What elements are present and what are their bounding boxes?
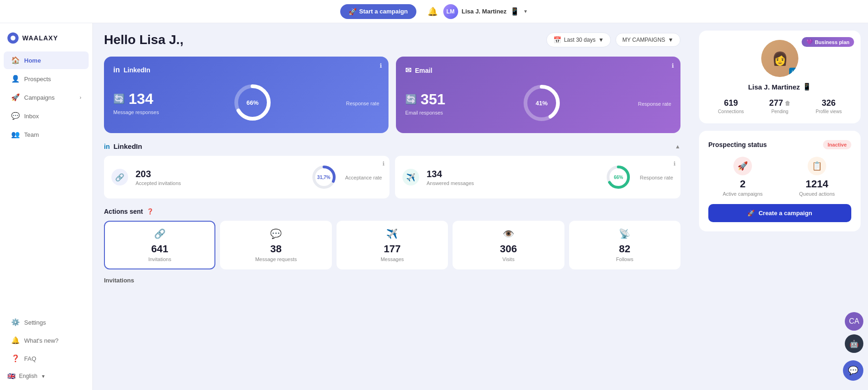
- actions-grid: 🔗 641 Invitations 💬 38 Message requests …: [104, 221, 680, 269]
- profile-views-value: 326: [806, 98, 851, 108]
- mini-stat-label: Answered messages: [427, 180, 474, 186]
- mini-stat: 203 Accepted invitations: [136, 169, 181, 186]
- action-card-follows[interactable]: 📡 82 Follows: [569, 221, 680, 269]
- connections-label: Connections: [708, 109, 753, 114]
- email-response-icon: 🔄: [405, 94, 417, 105]
- gem-icon: 💜: [806, 39, 813, 45]
- message-requests-icon: 💬: [226, 228, 326, 239]
- stat-label: Response rate: [638, 101, 671, 107]
- response-rate-label: Response rate: [640, 175, 673, 180]
- user-name: Lisa J. Martinez: [462, 8, 507, 15]
- stat-label: Response rate: [346, 101, 379, 106]
- page-title: Hello Lisa J.,: [104, 32, 183, 47]
- logo-icon: [7, 32, 19, 44]
- info-icon[interactable]: ℹ: [674, 160, 676, 167]
- stat-value: 🔄 134: [113, 90, 159, 108]
- chevron-right-icon: ›: [80, 95, 81, 100]
- float-btn-2[interactable]: 🤖: [845, 334, 863, 353]
- mini-donut: 31,7%: [310, 163, 338, 191]
- info-icon[interactable]: ℹ: [672, 62, 674, 69]
- action-card-invitations[interactable]: 🔗 641 Invitations: [104, 221, 215, 269]
- team-icon: 👥: [11, 130, 19, 139]
- message-icon: 🔄: [113, 93, 125, 104]
- queued-actions-value: 1214: [783, 178, 851, 190]
- flag-icon: 🇬🇧: [7, 372, 15, 380]
- info-icon[interactable]: ℹ: [380, 62, 382, 69]
- donut-label: 41%: [536, 100, 548, 107]
- bell-icon[interactable]: 🔔: [428, 6, 438, 17]
- card-stat-rate: Response rate: [638, 99, 671, 107]
- sidebar-item-label: Team: [24, 131, 39, 138]
- chat-button[interactable]: 💬: [843, 360, 863, 381]
- start-campaign-button[interactable]: 🚀 Start a campaign: [340, 4, 416, 19]
- layout: WAALAXY 🏠 Home 👤 Prospects 🚀 Campaigns ›…: [0, 23, 868, 390]
- business-plan-label: Business plan: [815, 39, 849, 45]
- chevron-down-icon: ▼: [41, 374, 45, 379]
- create-campaign-button[interactable]: 🚀 Create a campaign: [708, 204, 851, 222]
- language-selector[interactable]: 🇬🇧 English ▼: [0, 368, 92, 384]
- topbar: 🚀 Start a campaign 🔔 LM Lisa J. Martinez…: [0, 0, 868, 23]
- sidebar-item-home[interactable]: 🏠 Home: [4, 51, 89, 69]
- collapse-arrow-icon[interactable]: ▲: [675, 143, 680, 150]
- sidebar: WAALAXY 🏠 Home 👤 Prospects 🚀 Campaigns ›…: [0, 23, 93, 390]
- float-btn-1[interactable]: CA: [845, 312, 863, 331]
- info-icon[interactable]: ℹ: [382, 160, 385, 167]
- prospecting-stats: 🚀 2 Active campaigns 📋 1214 Queued actio…: [708, 157, 851, 197]
- action-card-messages[interactable]: ✈️ 177 Messages: [337, 221, 448, 269]
- active-campaigns-stat: 🚀 2 Active campaigns: [708, 157, 777, 197]
- link-icon: 🔗: [111, 169, 128, 185]
- status-badge: Inactive: [823, 140, 851, 149]
- business-plan-badge[interactable]: 💜 Business plan: [802, 37, 854, 47]
- date-filter-dropdown[interactable]: 📅 Last 30 days ▼: [546, 32, 611, 47]
- invitations-card: ℹ 🔗 203 Accepted invitations 31,7% Accep…: [104, 156, 389, 198]
- queued-actions-label: Queued actions: [783, 191, 851, 197]
- profile-stats: 619 Connections 277 🗑 Pending 326 Profil…: [708, 98, 851, 114]
- mini-donut-label: 31,7%: [317, 175, 330, 180]
- stat-cards-row: ℹ in LinkedIn 🔄 134 Message responses: [104, 57, 680, 133]
- card-stat-rate: Response rate: [346, 99, 379, 106]
- action-card-visits[interactable]: 👁️ 306 Visits: [453, 221, 564, 269]
- linkedin-logo: in: [104, 143, 110, 150]
- mini-stat: 134 Answered messages: [427, 169, 474, 186]
- action-card-label: Messages: [342, 256, 442, 262]
- invitations-icon: 🔗: [110, 228, 210, 239]
- mini-donut-label: 66%: [614, 175, 623, 180]
- header-controls: 📅 Last 30 days ▼ MY CAMPAIGNS ▼: [546, 32, 680, 47]
- pending-value: 277 🗑: [757, 98, 802, 108]
- linkedin-section-header: in LinkedIn ▲: [104, 142, 680, 150]
- prospecting-card: Prospecting status Inactive 🚀 2 Active c…: [699, 131, 861, 231]
- campaign-filter-dropdown[interactable]: MY CAMPAIGNS ▼: [615, 33, 680, 47]
- actions-title: Actions sent: [104, 208, 143, 215]
- sidebar-item-settings[interactable]: ⚙️ Settings: [4, 313, 89, 331]
- messages-icon: ✈️: [342, 228, 442, 239]
- invitations-sub-label: Invitations: [104, 277, 680, 284]
- sidebar-item-faq[interactable]: ❓ FAQ: [4, 350, 89, 367]
- action-card-value: 82: [575, 243, 675, 255]
- trash-icon: 🗑: [785, 100, 790, 107]
- logo: WAALAXY: [0, 29, 92, 51]
- sidebar-item-prospects[interactable]: 👤 Prospects: [4, 70, 89, 88]
- svg-point-0: [11, 36, 16, 41]
- acceptance-rate-label: Acceptance rate: [345, 175, 382, 180]
- queue-stat-icon: 📋: [808, 157, 826, 175]
- sidebar-item-label: Campaigns: [24, 94, 55, 101]
- profile-card: 💜 Business plan 👩 in Lisa J. Martinez 📱 …: [699, 31, 861, 123]
- pending-stat: 277 🗑 Pending: [757, 98, 802, 114]
- actions-section: Actions sent ❓ 🔗 641 Invitations 💬 38 Me…: [104, 208, 680, 284]
- sidebar-item-whats-new[interactable]: 🔔 What's new?: [4, 332, 89, 349]
- user-info[interactable]: LM Lisa J. Martinez 📱 ▼: [443, 4, 528, 19]
- linkedin-card: ℹ in LinkedIn 🔄 134 Message responses: [104, 57, 389, 133]
- sidebar-item-inbox[interactable]: 💬 Inbox: [4, 107, 89, 125]
- sidebar-item-campaigns[interactable]: 🚀 Campaigns ›: [4, 89, 89, 106]
- active-campaigns-value: 2: [708, 178, 777, 190]
- sidebar-item-team[interactable]: 👥 Team: [4, 126, 89, 143]
- chevron-down-icon: ▼: [523, 9, 528, 14]
- prospecting-title: Prospecting status: [708, 141, 767, 148]
- language-label: English: [19, 373, 37, 379]
- action-card-message-requests[interactable]: 💬 38 Message requests: [220, 221, 331, 269]
- card-header: in LinkedIn: [113, 66, 379, 74]
- messages-card: ℹ ✈️ 134 Answered messages 66% Response …: [395, 156, 680, 198]
- bell-sidebar-icon: 🔔: [11, 336, 19, 345]
- profile-views-stat: 326 Profile views: [806, 98, 851, 114]
- donut-chart: 66%: [232, 82, 273, 123]
